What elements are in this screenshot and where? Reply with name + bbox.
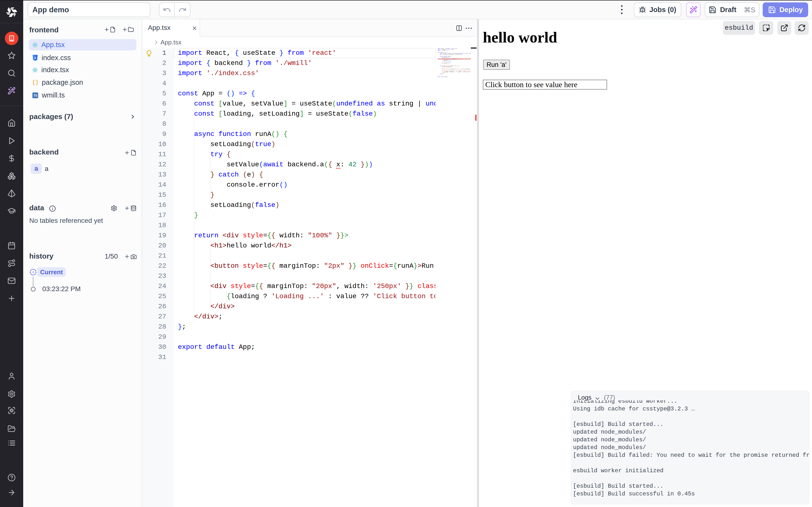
svg-text:TS: TS [34, 94, 37, 97]
svg-text:3: 3 [34, 56, 36, 60]
